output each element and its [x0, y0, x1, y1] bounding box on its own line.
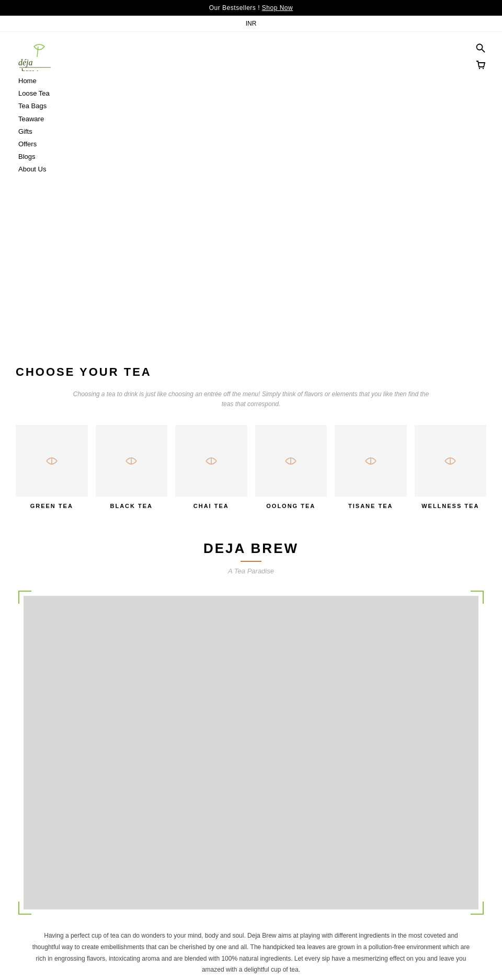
- svg-point-5: [479, 68, 480, 69]
- tea-card-image-tisane-tea: [335, 425, 407, 497]
- main-nav: Home Loose Tea Tea Bags Teaware Gifts Of…: [16, 76, 73, 175]
- tea-card-label-black-tea: BLACK TEA: [110, 503, 153, 509]
- corner-bracket-bl: [18, 902, 31, 915]
- tea-card-green-tea[interactable]: GREEN TEA: [16, 425, 88, 510]
- tea-card-tisane-tea[interactable]: TISANE TEA: [335, 425, 407, 510]
- tea-grid: GREEN TEA BLACK TEA CHAI T: [16, 425, 486, 510]
- nav-tea-bags[interactable]: Tea Bags: [18, 101, 73, 111]
- deja-brew-image-frame: [16, 588, 486, 917]
- svg-point-3: [477, 44, 483, 50]
- choose-tea-subtitle: Choosing a tea to drink is just like cho…: [68, 389, 434, 409]
- tea-card-label-wellness-tea: WELLNESS TEA: [421, 503, 479, 509]
- nav-gifts[interactable]: Gifts: [18, 127, 73, 136]
- search-icon[interactable]: [475, 42, 486, 54]
- hero-area: [0, 177, 502, 344]
- nav-loose-tea[interactable]: Loose Tea: [18, 89, 73, 98]
- choose-tea-section: CHOOSE YOUR TEA Choosing a tea to drink …: [0, 344, 502, 520]
- tea-card-chai-tea[interactable]: CHAI TEA: [175, 425, 247, 510]
- currency-label: INR: [246, 20, 257, 27]
- chai-tea-icon: [201, 451, 222, 471]
- logo-svg: déja brew: [16, 40, 73, 71]
- oolong-tea-icon: [280, 451, 301, 471]
- tea-card-black-tea[interactable]: BLACK TEA: [96, 425, 168, 510]
- svg-text:déja: déja: [18, 58, 33, 67]
- deja-brew-image: [24, 596, 478, 909]
- tea-card-oolong-tea[interactable]: OOLONG TEA: [255, 425, 327, 510]
- black-tea-icon: [121, 451, 142, 471]
- tea-card-label-oolong-tea: OOLONG TEA: [266, 503, 315, 509]
- svg-line-4: [482, 50, 485, 53]
- svg-point-6: [483, 68, 484, 69]
- tea-card-wellness-tea[interactable]: WELLNESS TEA: [415, 425, 487, 510]
- corner-bracket-tr: [471, 591, 484, 604]
- nav-blogs[interactable]: Blogs: [18, 152, 73, 162]
- tea-card-label-tisane-tea: TISANE TEA: [348, 503, 393, 509]
- deja-brew-description: Having a perfect cup of tea can do wonde…: [16, 930, 486, 975]
- tea-card-label-chai-tea: CHAI TEA: [193, 503, 229, 509]
- tea-card-image-wellness-tea: [415, 425, 487, 497]
- corner-bracket-tl: [18, 591, 31, 604]
- nav-about-us[interactable]: About Us: [18, 165, 73, 174]
- logo[interactable]: déja brew: [16, 40, 73, 71]
- nav-offers[interactable]: Offers: [18, 140, 73, 149]
- tea-card-image-black-tea: [96, 425, 168, 497]
- nav-teaware[interactable]: Teaware: [18, 114, 73, 124]
- deja-brew-underline: [241, 561, 261, 562]
- top-banner: Our Bestsellers ! Shop Now: [0, 0, 502, 16]
- tea-card-image-oolong-tea: [255, 425, 327, 497]
- tea-card-image-chai-tea: [175, 425, 247, 497]
- currency-bar: INR: [0, 16, 502, 32]
- deja-brew-subtitle: A Tea Paradise: [16, 567, 486, 575]
- tea-card-label-green-tea: GREEN TEA: [30, 503, 73, 509]
- deja-brew-title: DEJA BREW: [16, 540, 486, 557]
- svg-text:brew: brew: [21, 67, 38, 71]
- wellness-tea-icon: [440, 451, 461, 471]
- deja-brew-section: DEJA BREW A Tea Paradise Having a perfec…: [0, 520, 502, 980]
- banner-text: Our Bestsellers !: [209, 4, 260, 11]
- choose-tea-title: CHOOSE YOUR TEA: [16, 365, 486, 379]
- nav-home[interactable]: Home: [18, 76, 73, 86]
- header: déja brew Home Loose Tea Tea Bags Teawar…: [0, 32, 502, 177]
- cart-icon[interactable]: [475, 59, 486, 71]
- green-tea-icon: [41, 451, 62, 471]
- header-icons: [475, 40, 486, 71]
- tisane-tea-icon: [360, 451, 381, 471]
- tea-card-image-green-tea: [16, 425, 88, 497]
- logo-nav-area: déja brew Home Loose Tea Tea Bags Teawar…: [16, 40, 73, 175]
- corner-bracket-br: [471, 902, 484, 915]
- shop-now-link[interactable]: Shop Now: [262, 4, 293, 11]
